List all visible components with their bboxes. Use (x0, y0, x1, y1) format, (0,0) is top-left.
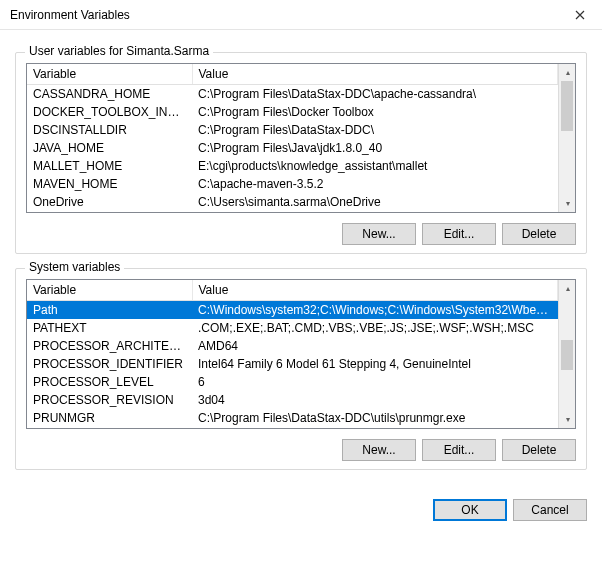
system-variables-group: System variables Variable Value PathC:\W… (15, 268, 587, 470)
cell-value: Intel64 Family 6 Model 61 Stepping 4, Ge… (192, 355, 558, 373)
table-row[interactable]: PATHEXT.COM;.EXE;.BAT;.CMD;.VBS;.VBE;.JS… (27, 319, 558, 337)
table-row[interactable]: PROCESSOR_LEVEL6 (27, 373, 558, 391)
system-delete-button[interactable]: Delete (502, 439, 576, 461)
scroll-down-icon[interactable]: ▾ (559, 411, 576, 428)
titlebar: Environment Variables (0, 0, 602, 30)
table-row[interactable]: PROCESSOR_ARCHITECTUREAMD64 (27, 337, 558, 355)
cell-variable: DSCINSTALLDIR (27, 121, 192, 139)
cell-variable: PROCESSOR_LEVEL (27, 373, 192, 391)
system-button-row: New... Edit... Delete (26, 439, 576, 461)
cell-variable: MALLET_HOME (27, 157, 192, 175)
cell-value: 3d04 (192, 391, 558, 409)
window-title: Environment Variables (10, 8, 130, 22)
system-edit-button[interactable]: Edit... (422, 439, 496, 461)
cell-variable: DOCKER_TOOLBOX_INSTAL... (27, 103, 192, 121)
table-row[interactable]: PathC:\Windows\system32;C:\Windows;C:\Wi… (27, 301, 558, 320)
dialog-button-row: OK Cancel (0, 485, 602, 521)
table-row[interactable]: DOCKER_TOOLBOX_INSTAL...C:\Program Files… (27, 103, 558, 121)
user-group-label: User variables for Simanta.Sarma (25, 44, 213, 58)
close-button[interactable] (557, 0, 602, 30)
scroll-thumb[interactable] (561, 340, 573, 370)
cell-variable: PROCESSOR_ARCHITECTURE (27, 337, 192, 355)
cancel-button[interactable]: Cancel (513, 499, 587, 521)
cell-variable: OneDrive (27, 193, 192, 211)
user-delete-button[interactable]: Delete (502, 223, 576, 245)
user-variables-table[interactable]: Variable Value CASSANDRA_HOMEC:\Program … (27, 64, 558, 212)
table-row[interactable]: PRUNMGRC:\Program Files\DataStax-DDC\uti… (27, 409, 558, 427)
col-header-value[interactable]: Value (192, 64, 558, 85)
cell-value: C:\Program Files\DataStax-DDC\utils\prun… (192, 409, 558, 427)
col-header-value[interactable]: Value (192, 280, 558, 301)
dialog-content: User variables for Simanta.Sarma Variabl… (0, 30, 602, 485)
ok-button[interactable]: OK (433, 499, 507, 521)
cell-value: C:\Users\simanta.sarma\OneDrive (192, 193, 558, 211)
table-header-row: Variable Value (27, 64, 558, 85)
cell-variable: Path (27, 301, 192, 320)
table-row[interactable]: MALLET_HOMEE:\cgi\products\knowledge_ass… (27, 157, 558, 175)
table-row[interactable]: CASSANDRA_HOMEC:\Program Files\DataStax-… (27, 85, 558, 104)
user-new-button[interactable]: New... (342, 223, 416, 245)
system-variables-table[interactable]: Variable Value PathC:\Windows\system32;C… (27, 280, 558, 428)
cell-value: 6 (192, 373, 558, 391)
close-icon (575, 10, 585, 20)
table-row[interactable]: DSCINSTALLDIRC:\Program Files\DataStax-D… (27, 121, 558, 139)
table-row[interactable]: PROCESSOR_IDENTIFIERIntel64 Family 6 Mod… (27, 355, 558, 373)
col-header-variable[interactable]: Variable (27, 280, 192, 301)
cell-variable: PRUNMGR (27, 409, 192, 427)
user-edit-button[interactable]: Edit... (422, 223, 496, 245)
cell-value: C:\Windows\system32;C:\Windows;C:\Window… (192, 301, 558, 320)
system-scrollbar[interactable]: ▴ ▾ (558, 280, 575, 428)
user-scrollbar[interactable]: ▴ ▾ (558, 64, 575, 212)
cell-value: C:\apache-maven-3.5.2 (192, 175, 558, 193)
system-new-button[interactable]: New... (342, 439, 416, 461)
cell-value: C:\Program Files\DataStax-DDC\ (192, 121, 558, 139)
cell-value: C:\Program Files\Java\jdk1.8.0_40 (192, 139, 558, 157)
cell-variable: PATHEXT (27, 319, 192, 337)
table-row[interactable]: JAVA_HOMEC:\Program Files\Java\jdk1.8.0_… (27, 139, 558, 157)
user-variables-table-wrap: Variable Value CASSANDRA_HOMEC:\Program … (26, 63, 576, 213)
system-group-label: System variables (25, 260, 124, 274)
cell-variable: PROCESSOR_REVISION (27, 391, 192, 409)
col-header-variable[interactable]: Variable (27, 64, 192, 85)
cell-value: E:\cgi\products\knowledge_assistant\mall… (192, 157, 558, 175)
scroll-down-icon[interactable]: ▾ (559, 195, 576, 212)
user-variables-group: User variables for Simanta.Sarma Variabl… (15, 52, 587, 254)
cell-value: C:\Program Files\Docker Toolbox (192, 103, 558, 121)
user-button-row: New... Edit... Delete (26, 223, 576, 245)
table-header-row: Variable Value (27, 280, 558, 301)
cell-value: C:\Program Files\DataStax-DDC\apache-cas… (192, 85, 558, 104)
system-variables-table-wrap: Variable Value PathC:\Windows\system32;C… (26, 279, 576, 429)
table-row[interactable]: OneDriveC:\Users\simanta.sarma\OneDrive (27, 193, 558, 211)
table-row[interactable]: PROCESSOR_REVISION3d04 (27, 391, 558, 409)
cell-variable: MAVEN_HOME (27, 175, 192, 193)
cell-variable: CASSANDRA_HOME (27, 85, 192, 104)
cell-value: AMD64 (192, 337, 558, 355)
table-row[interactable]: MAVEN_HOMEC:\apache-maven-3.5.2 (27, 175, 558, 193)
cell-variable: PROCESSOR_IDENTIFIER (27, 355, 192, 373)
cell-variable: JAVA_HOME (27, 139, 192, 157)
scroll-up-icon[interactable]: ▴ (559, 64, 576, 81)
scroll-up-icon[interactable]: ▴ (559, 280, 576, 297)
cell-value: .COM;.EXE;.BAT;.CMD;.VBS;.VBE;.JS;.JSE;.… (192, 319, 558, 337)
scroll-thumb[interactable] (561, 81, 573, 131)
